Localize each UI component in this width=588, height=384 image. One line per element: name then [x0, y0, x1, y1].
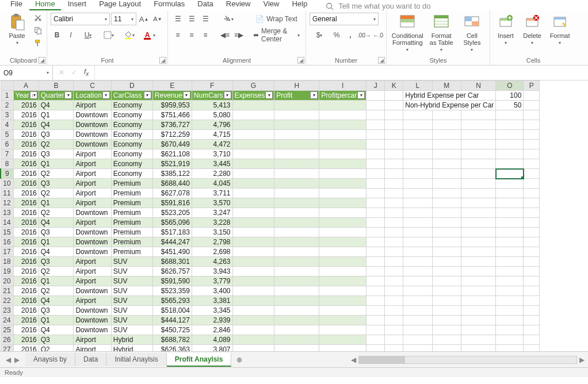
- cell-G25[interactable]: [232, 325, 274, 335]
- cell-E7[interactable]: $621,108: [152, 149, 192, 159]
- cell-F11[interactable]: 3,711: [192, 189, 232, 198]
- hscroll-thumb[interactable]: [359, 356, 405, 363]
- cell-H3[interactable]: [274, 110, 319, 120]
- row-header-26[interactable]: 26: [1, 335, 13, 345]
- cell-I16[interactable]: [319, 237, 366, 247]
- cell-P25[interactable]: [524, 325, 540, 335]
- filter-button-carclass[interactable]: ▾: [144, 91, 151, 99]
- cell-L18[interactable]: [403, 257, 432, 267]
- row-header-4[interactable]: 4: [1, 120, 13, 130]
- cell-A5[interactable]: 2016: [13, 130, 39, 140]
- cell-N26[interactable]: [461, 335, 495, 345]
- cell-C8[interactable]: Airport: [74, 159, 111, 169]
- cell-B23[interactable]: Q3: [39, 306, 74, 316]
- cell-A26[interactable]: 2016: [13, 335, 39, 345]
- cell-M3[interactable]: [432, 110, 461, 120]
- percent-button[interactable]: %: [330, 29, 343, 41]
- decrease-decimal-button[interactable]: ←.0: [372, 29, 384, 41]
- cell-A3[interactable]: 2016: [13, 110, 39, 120]
- filter-button-quarter[interactable]: ▾: [64, 91, 72, 99]
- cell-J4[interactable]: [366, 120, 385, 130]
- cell-G14[interactable]: [232, 218, 274, 228]
- cell-H17[interactable]: [274, 247, 319, 257]
- cell-I25[interactable]: [319, 325, 366, 335]
- filter-button-numcars[interactable]: ▾: [224, 91, 231, 99]
- cell-O18[interactable]: [496, 257, 524, 267]
- cell-C6[interactable]: Downtown: [74, 140, 111, 149]
- cell-B13[interactable]: Q2: [39, 208, 74, 218]
- table-header-year[interactable]: Year↓▾: [13, 91, 39, 101]
- cell-G24[interactable]: [232, 316, 274, 325]
- cell-M20[interactable]: [432, 277, 461, 286]
- cell-B4[interactable]: Q4: [39, 120, 74, 130]
- cell-E19[interactable]: $626,757: [152, 267, 192, 277]
- cell-M26[interactable]: [432, 335, 461, 345]
- cell-M17[interactable]: [432, 247, 461, 257]
- row-header-11[interactable]: 11: [1, 189, 13, 198]
- col-header-J[interactable]: J: [366, 81, 385, 91]
- cell-L12[interactable]: [403, 198, 432, 208]
- cell-A16[interactable]: 2016: [13, 237, 39, 247]
- font-color-button[interactable]: A▾: [140, 29, 160, 41]
- row-header-16[interactable]: 16: [1, 237, 13, 247]
- align-center-icon[interactable]: ≡: [185, 29, 198, 41]
- cell-A18[interactable]: 2016: [13, 257, 39, 267]
- cell-C21[interactable]: Downtown: [74, 286, 111, 296]
- cell-O6[interactable]: [496, 140, 524, 149]
- col-header-N[interactable]: N: [461, 81, 495, 91]
- cell-F15[interactable]: 3,150: [192, 228, 232, 237]
- cell-C14[interactable]: Airport: [74, 218, 111, 228]
- decrease-indent-icon[interactable]: ◀≡: [219, 29, 231, 41]
- cell-K11[interactable]: [385, 189, 403, 198]
- cell-F16[interactable]: 2,798: [192, 237, 232, 247]
- cell-K14[interactable]: [385, 218, 403, 228]
- col-header-M[interactable]: M: [432, 81, 461, 91]
- filter-button-profitpercar[interactable]: ▾: [357, 91, 365, 99]
- cell-P7[interactable]: [524, 149, 540, 159]
- cell-D4[interactable]: Economy: [111, 120, 152, 130]
- cell-C24[interactable]: Downtown: [74, 316, 111, 325]
- cell-B7[interactable]: Q3: [39, 149, 74, 159]
- cell-E11[interactable]: $627,078: [152, 189, 192, 198]
- cut-button[interactable]: [33, 13, 43, 23]
- sheet-tab-profit-anaylsis[interactable]: Profit Anaylsis: [167, 353, 232, 367]
- cell-B27[interactable]: Q2: [39, 345, 74, 352]
- cell-L22[interactable]: [403, 296, 432, 306]
- row-header-19[interactable]: 19: [1, 267, 13, 277]
- cell-B18[interactable]: Q3: [39, 257, 74, 267]
- cell-G16[interactable]: [232, 237, 274, 247]
- cell-E4[interactable]: $736,727: [152, 120, 192, 130]
- cell-I7[interactable]: [319, 149, 366, 159]
- insert-cells-button[interactable]: Insert▾: [494, 13, 518, 45]
- increase-font-icon[interactable]: A▲: [138, 13, 150, 25]
- cell-C25[interactable]: Downtown: [74, 325, 111, 335]
- cell-P4[interactable]: [524, 120, 540, 130]
- cell-O9[interactable]: [496, 169, 524, 179]
- cell-D27[interactable]: Hybrid: [111, 345, 152, 352]
- cell-M22[interactable]: [432, 296, 461, 306]
- cell-G21[interactable]: [232, 286, 274, 296]
- cell-I21[interactable]: [319, 286, 366, 296]
- hscroll-track[interactable]: [358, 356, 577, 364]
- cell-H2[interactable]: [274, 101, 319, 110]
- cell-I19[interactable]: [319, 267, 366, 277]
- fx-icon[interactable]: fx: [84, 68, 89, 77]
- cell-K13[interactable]: [385, 208, 403, 218]
- cell-I24[interactable]: [319, 316, 366, 325]
- cell-C13[interactable]: Downtown: [74, 208, 111, 218]
- cell-L20[interactable]: [403, 277, 432, 286]
- row-header-22[interactable]: 22: [1, 296, 13, 306]
- row-header-13[interactable]: 13: [1, 208, 13, 218]
- cell-G15[interactable]: [232, 228, 274, 237]
- row-header-9[interactable]: 9: [1, 169, 13, 179]
- cell-P24[interactable]: [524, 316, 540, 325]
- cell-N16[interactable]: [461, 237, 495, 247]
- cell-L10[interactable]: [403, 179, 432, 189]
- col-header-L[interactable]: L: [403, 81, 432, 91]
- cell-C9[interactable]: Airport: [74, 169, 111, 179]
- cell-I11[interactable]: [319, 189, 366, 198]
- cell-G26[interactable]: [232, 335, 274, 345]
- cell-K16[interactable]: [385, 237, 403, 247]
- cell-M19[interactable]: [432, 267, 461, 277]
- cell-L4[interactable]: [403, 120, 432, 130]
